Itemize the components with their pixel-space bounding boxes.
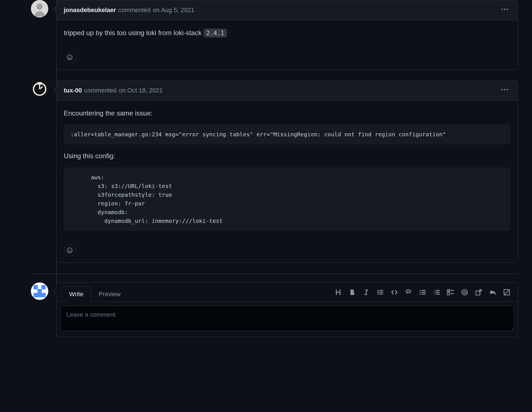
svg-point-5 bbox=[67, 55, 72, 60]
list-ordered-icon: 12 bbox=[433, 289, 440, 296]
comment-author[interactable]: jonasdebeukelaer bbox=[64, 6, 116, 14]
svg-rect-25 bbox=[379, 290, 383, 291]
commented-label: commented bbox=[84, 87, 117, 94]
svg-rect-23 bbox=[37, 289, 42, 293]
heading-icon bbox=[335, 289, 342, 296]
comment: tux-00 commented on Oct 18, 2021 Encount… bbox=[31, 80, 518, 262]
svg-rect-38 bbox=[436, 294, 440, 295]
comment-author[interactable]: tux-00 bbox=[64, 87, 82, 94]
reply-button[interactable] bbox=[489, 289, 496, 296]
ordered-list-button[interactable]: 12 bbox=[433, 289, 440, 296]
heading-button[interactable] bbox=[335, 289, 342, 296]
svg-point-29 bbox=[420, 292, 421, 293]
kebab-icon bbox=[501, 86, 508, 93]
svg-text:2: 2 bbox=[433, 291, 435, 294]
mention-icon bbox=[461, 289, 468, 296]
current-user-avatar[interactable] bbox=[31, 282, 48, 300]
svg-rect-40 bbox=[451, 290, 454, 291]
bold-button[interactable] bbox=[349, 289, 356, 296]
link-button[interactable] bbox=[405, 289, 412, 296]
svg-point-28 bbox=[420, 290, 421, 291]
svg-rect-41 bbox=[447, 293, 450, 295]
comment-body: Encountering the same issue: :aller=tabl… bbox=[56, 101, 518, 244]
comment-text: Using this config: bbox=[64, 151, 510, 161]
italic-button[interactable] bbox=[363, 289, 370, 296]
svg-point-7 bbox=[70, 56, 71, 57]
comment-actions-menu[interactable] bbox=[499, 85, 510, 96]
svg-rect-42 bbox=[451, 293, 454, 294]
avatar[interactable] bbox=[31, 80, 48, 98]
code-icon bbox=[391, 289, 398, 296]
svg-point-16 bbox=[67, 248, 72, 253]
svg-rect-36 bbox=[436, 290, 440, 291]
code-block: aws: s3: s3://URL/loki-test s3forcepaths… bbox=[64, 167, 510, 231]
link-icon bbox=[405, 289, 412, 296]
unordered-list-button[interactable] bbox=[419, 289, 426, 296]
new-comment: Write Preview 12 bbox=[31, 282, 518, 337]
svg-rect-32 bbox=[422, 292, 426, 293]
smiley-icon bbox=[67, 54, 73, 60]
tasklist-icon bbox=[447, 289, 454, 296]
comment: jonasdebeukelaer commented on Aug 5, 202… bbox=[31, 0, 518, 70]
add-reaction-button[interactable] bbox=[64, 245, 76, 256]
svg-rect-37 bbox=[436, 292, 440, 293]
svg-point-30 bbox=[420, 293, 421, 295]
comment-date[interactable]: on Aug 5, 2021 bbox=[153, 6, 194, 14]
svg-point-13 bbox=[502, 89, 503, 90]
italic-icon bbox=[363, 289, 370, 296]
commented-label: commented bbox=[118, 6, 151, 14]
svg-rect-22 bbox=[33, 293, 46, 297]
list-unordered-icon bbox=[419, 289, 426, 296]
svg-point-44 bbox=[463, 291, 466, 293]
comment-actions-menu[interactable] bbox=[499, 5, 510, 15]
tab-preview[interactable]: Preview bbox=[91, 286, 128, 302]
svg-point-17 bbox=[69, 249, 69, 250]
svg-point-43 bbox=[462, 289, 467, 295]
comment-header: jonasdebeukelaer commented on Aug 5, 202… bbox=[56, 0, 518, 20]
diff-icon bbox=[503, 289, 510, 296]
svg-rect-24 bbox=[378, 290, 378, 295]
comment-text: Encountering the same issue: bbox=[64, 108, 510, 118]
new-comment-box: Write Preview 12 bbox=[56, 282, 518, 337]
svg-rect-20 bbox=[33, 285, 38, 289]
task-list-button[interactable] bbox=[447, 289, 454, 296]
avatar[interactable] bbox=[31, 0, 48, 17]
code-button[interactable] bbox=[391, 289, 398, 296]
svg-point-2 bbox=[502, 9, 503, 10]
quote-button[interactable] bbox=[377, 289, 384, 296]
reply-icon bbox=[489, 289, 496, 296]
svg-point-14 bbox=[504, 89, 506, 90]
svg-point-3 bbox=[504, 9, 506, 10]
avatar-icon bbox=[31, 80, 48, 98]
comment-textarea[interactable] bbox=[60, 306, 514, 331]
kebab-icon bbox=[501, 6, 508, 13]
markdown-toolbar: 12 bbox=[335, 289, 513, 299]
comment-date[interactable]: on Oct 18, 2021 bbox=[119, 87, 163, 94]
svg-rect-21 bbox=[41, 285, 46, 289]
svg-point-1 bbox=[37, 3, 43, 10]
section-divider bbox=[31, 273, 518, 274]
svg-rect-31 bbox=[422, 290, 426, 291]
code-block: :aller=table_manager.go:234 msg="error s… bbox=[64, 124, 510, 144]
cross-reference-button[interactable] bbox=[475, 289, 482, 296]
cross-reference-icon bbox=[475, 289, 482, 296]
avatar-icon bbox=[31, 282, 48, 300]
svg-point-4 bbox=[507, 9, 508, 10]
comment-text: tripped up by this too using loki from l… bbox=[64, 29, 204, 37]
add-reaction-button[interactable] bbox=[64, 51, 76, 63]
diff-button[interactable] bbox=[503, 289, 510, 296]
comment-body: tripped up by this too using loki from l… bbox=[56, 20, 518, 51]
avatar-icon bbox=[31, 0, 48, 17]
svg-rect-26 bbox=[379, 292, 383, 293]
comment-header: tux-00 commented on Oct 18, 2021 bbox=[56, 81, 518, 101]
inline-code: 2.4.1 bbox=[204, 29, 227, 37]
comment-box: tux-00 commented on Oct 18, 2021 Encount… bbox=[56, 80, 518, 262]
svg-point-18 bbox=[70, 249, 71, 250]
tab-write[interactable]: Write bbox=[62, 286, 91, 302]
svg-point-6 bbox=[69, 56, 69, 57]
smiley-icon bbox=[67, 247, 73, 253]
svg-rect-27 bbox=[379, 294, 383, 295]
quote-icon bbox=[377, 289, 384, 296]
mention-button[interactable] bbox=[461, 289, 468, 296]
svg-rect-33 bbox=[422, 294, 426, 295]
